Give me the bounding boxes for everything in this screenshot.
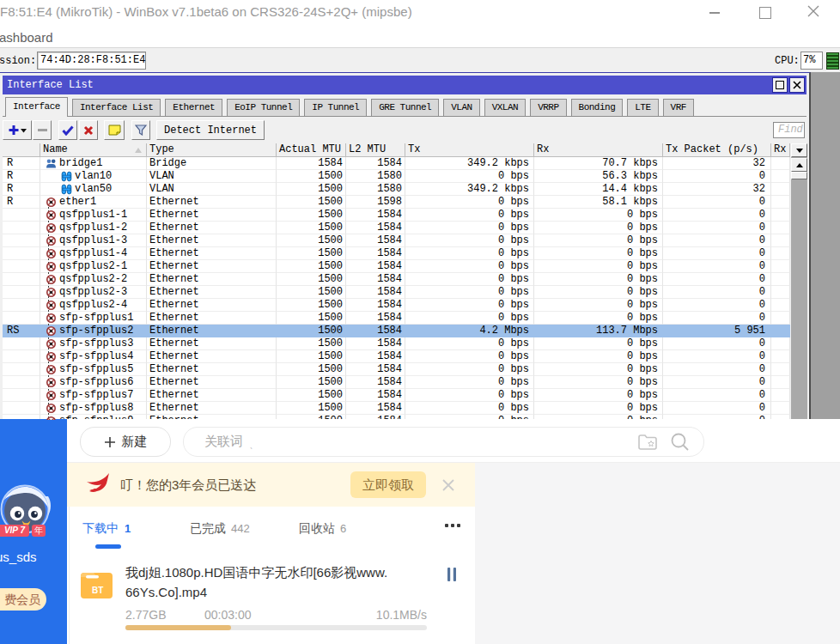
iface-row-sfp-sfpplus8[interactable]: sfp-sfpplus8Ethernet150015840 bps0 bps0 [3,402,790,415]
iface-row-sfp-sfpplus4[interactable]: sfp-sfpplus4Ethernet150015840 bps0 bps0 [3,350,790,363]
iface-row-sfp-sfpplus7[interactable]: sfp-sfpplus7Ethernet150015840 bps0 bps0 [3,389,790,402]
iface-row-sfp-sfpplus6[interactable]: sfp-sfpplus6Ethernet150015840 bps0 bps0 [3,376,790,389]
download-speed: 10.1MB/s [369,608,427,622]
ethernet-icon [46,235,57,246]
column-header-l2-mtu[interactable]: L2 MTU [346,143,405,157]
column-header-tx-packet-p-s-[interactable]: Tx Packet (p/s) [663,143,771,157]
column-header-name[interactable]: Name [40,143,147,157]
progress-fill [125,625,231,630]
collection-folder-icon[interactable] [637,433,658,454]
iface-row-qsfpplus2-4[interactable]: qsfpplus2-4Ethernet150015840 bps0 bps0 [3,299,790,312]
iface-name: sfp-sfpplus7 [59,389,133,401]
download-time: 00:03:00 [204,608,252,622]
iface-row-qsfpplus1-3[interactable]: qsfpplus1-3Ethernet150015840 bps0 bps0 [3,234,790,247]
search-caret: 、 [249,439,259,452]
enable-button[interactable] [58,120,77,140]
iface-name: qsfpplus1-4 [59,247,127,259]
ethernet-icon [46,351,57,362]
vlan-icon [61,171,72,182]
iface-tab-ethernet[interactable]: Ethernet [165,99,222,116]
column-header-rx[interactable]: Rx [534,143,663,157]
ethernet-icon [46,210,57,221]
add-button[interactable] [3,120,32,140]
iface-row-sfp-sfpplus2[interactable]: RSsfp-sfpplus2Ethernet150015844.2 Mbps11… [3,325,790,337]
scrollbar-track[interactable] [791,157,807,425]
iface-name: qsfpplus2-2 [59,273,127,285]
vlan-icon [61,184,72,195]
maximize-icon[interactable] [759,7,771,19]
iface-row-qsfpplus2-2[interactable]: qsfpplus2-2Ethernet150015840 bps0 bps0 [3,273,790,286]
bt-folder-icon[interactable]: BT [80,568,113,603]
ethernet-icon [46,338,57,349]
iface-tab-lte[interactable]: LTE [627,99,658,116]
column-header-actual-mtu[interactable]: Actual MTU [277,143,346,157]
ethernet-icon [46,222,57,234]
iface-row-qsfpplus1-1[interactable]: qsfpplus1-1Ethernet150015840 bps0 bps0 [3,209,790,222]
iface-tab-vxlan[interactable]: VXLAN [484,99,527,116]
banner-close-icon[interactable] [441,478,455,492]
pause-icon[interactable] [447,568,456,585]
iface-tab-bonding[interactable]: Bonding [571,99,624,116]
iface-tab-vrrp[interactable]: VRRP [530,99,566,116]
iface-row-vlan50[interactable]: Rvlan50VLAN15001580349.2 kbps14.4 kbps32 [3,183,790,196]
menu-dashboard[interactable]: ashboard [0,30,53,45]
username[interactable]: us_sds [0,550,37,564]
comment-button[interactable] [104,120,125,140]
ethernet-icon [46,197,57,208]
minimize-icon[interactable] [709,12,720,14]
iface-row-sfp-sfpplus3[interactable]: sfp-sfpplus3Ethernet150015840 bps0 bps0 [3,337,790,350]
iface-row-bridge1[interactable]: Rbridge1Bridge15841584349.2 kbps70.7 kbp… [3,157,790,170]
app-titlebar: F8:51:E4 (MikroTik) - WinBox v7.1beta6 o… [0,0,840,23]
interface-window-titlebar[interactable]: Interface List [3,76,807,94]
iface-tab-gre-tunnel[interactable]: GRE Tunnel [371,99,439,116]
download-item-name[interactable]: 我dj姐.1080p.HD国语中字无水印[66影视www.66Ys.Co].mp… [125,562,429,602]
ethernet-icon [46,416,57,420]
iface-row-ether1[interactable]: Rether1Ethernet150015980 bps58.1 kbps0 [3,196,790,209]
ethernet-icon [46,300,57,311]
column-header-type[interactable]: Type [147,143,277,157]
iface-row-qsfpplus1-4[interactable]: qsfpplus1-4Ethernet150015840 bps0 bps0 [3,247,790,260]
iface-row-sfp-sfpplus1[interactable]: sfp-sfpplus1Ethernet150015840 bps0 bps0 [3,312,790,325]
menubar: ashboard [0,23,840,48]
window-maximize-icon[interactable] [772,77,788,93]
vip-badge[interactable]: VIP 7 [0,525,29,537]
tab-downloading[interactable]: 下载中1 [82,521,131,537]
cpu-graph-icon[interactable] [826,52,839,70]
tab-completed[interactable]: 已完成442 [190,521,250,537]
member-button[interactable]: 费会员 [0,588,46,611]
iface-tab-interface[interactable]: Interface [5,97,68,117]
year-badge[interactable]: 年 [32,525,46,537]
claim-button[interactable]: 立即领取 [350,471,426,498]
filter-button[interactable] [131,120,150,140]
search-icon[interactable] [670,432,690,455]
iface-tab-vrf[interactable]: VRF [663,99,694,116]
iface-tab-eoip-tunnel[interactable]: EoIP Tunnel [227,99,300,116]
iface-row-qsfpplus2-1[interactable]: qsfpplus2-1Ethernet150015840 bps0 bps0 [3,260,790,273]
column-header-tx[interactable]: Tx [405,143,534,157]
new-task-button[interactable]: 新建 [80,427,171,457]
iface-tab-interface-list[interactable]: Interface List [72,99,161,116]
column-header-flags[interactable] [3,143,40,157]
iface-name: sfp-sfpplus1 [59,312,133,324]
iface-row-vlan10[interactable]: Rvlan10VLAN150015800 bps56.3 kbps0 [3,170,790,183]
find-input[interactable]: Find [773,122,805,138]
remove-button[interactable] [33,120,52,140]
disable-button[interactable] [79,120,98,140]
search-input[interactable]: 关联词 、 [183,427,704,457]
more-menu-icon[interactable] [445,524,460,527]
iface-row-qsfpplus2-3[interactable]: qsfpplus2-3Ethernet150015840 bps0 bps0 [3,286,790,299]
iface-row-sfp-sfpplus5[interactable]: sfp-sfpplus5Ethernet150015840 bps0 bps0 [3,363,790,376]
column-menu-icon[interactable] [791,143,807,157]
window-close-icon[interactable] [789,77,805,93]
scrollbar-thumb[interactable] [791,172,807,179]
detect-internet-button[interactable]: Detect Internet [156,120,265,140]
close-icon[interactable] [806,3,821,19]
iface-row-qsfpplus1-2[interactable]: qsfpplus1-2Ethernet150015840 bps0 bps0 [3,222,790,234]
iface-tab-vlan[interactable]: VLAN [443,99,479,116]
tab-recycle[interactable]: 回收站6 [299,521,346,537]
column-header-rx[interactable]: Rx [771,143,790,157]
scroll-up-icon[interactable] [791,158,807,172]
session-input[interactable]: 74:4D:28:F8:51:E4 [37,52,146,70]
iface-name: vlan50 [75,183,112,195]
iface-tab-ip-tunnel[interactable]: IP Tunnel [304,99,367,116]
